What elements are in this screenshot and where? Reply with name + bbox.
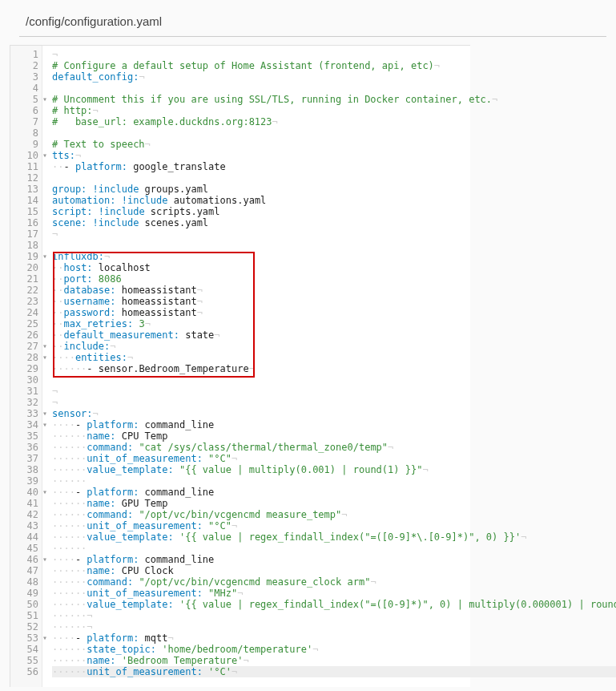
code-line[interactable]: ······value_template: "{{ value | multip…: [52, 464, 616, 475]
code-line[interactable]: ····- platform: command_line: [52, 419, 616, 430]
line-number: 44: [10, 531, 38, 543]
fold-marker: [42, 621, 50, 632]
code-line[interactable]: [52, 374, 616, 386]
line-number: 2: [10, 60, 38, 71]
code-line[interactable]: ··host: localhost: [52, 262, 616, 273]
fold-marker: [42, 509, 50, 520]
line-number: 34: [10, 419, 38, 430]
code-line[interactable]: ··password: homeassistant¬: [52, 307, 616, 318]
fold-marker[interactable]: ▾: [42, 94, 50, 105]
code-line[interactable]: ······: [52, 475, 616, 487]
code-line[interactable]: ······unit_of_measurement: "°C"¬: [52, 520, 616, 531]
fold-marker[interactable]: ▾: [42, 487, 50, 498]
code-line[interactable]: group: !include groups.yaml: [52, 184, 616, 195]
code-line[interactable]: ······state_topic: 'home/bedroom/tempera…: [52, 644, 616, 655]
code-line[interactable]: ¬: [52, 49, 616, 60]
code-line[interactable]: ··database: homeassistant¬: [52, 285, 616, 296]
code-line[interactable]: ······: [52, 543, 616, 554]
line-number: 35: [10, 430, 38, 442]
line-number: 26: [10, 329, 38, 341]
code-line[interactable]: ······name: CPU Clock: [52, 565, 616, 576]
code-line[interactable]: # http:¬: [52, 105, 616, 116]
code-line[interactable]: script: !include scripts.yaml: [52, 206, 616, 217]
code-line[interactable]: ······value_template: '{{ value | regex_…: [52, 599, 616, 610]
fold-marker[interactable]: ▾: [42, 251, 50, 262]
code-line[interactable]: ¬: [52, 397, 616, 408]
line-number: 36: [10, 442, 38, 453]
code-line[interactable]: [52, 127, 616, 139]
fold-marker: [42, 655, 50, 666]
line-number: 21: [10, 273, 38, 285]
code-line[interactable]: influxdb:¬: [52, 251, 616, 262]
code-line[interactable]: ······unit_of_measurement: '°C'¬: [52, 666, 616, 677]
code-line[interactable]: ····- platform: command_line: [52, 554, 616, 565]
code-line[interactable]: ······name: GPU Temp: [52, 498, 616, 509]
code-line[interactable]: ··- platform: google_translate: [52, 161, 616, 172]
line-number: 24: [10, 307, 38, 318]
fold-marker[interactable]: ▾: [42, 554, 50, 565]
code-editor[interactable]: 1234567891011121314151617181920212223242…: [10, 45, 470, 687]
fold-marker[interactable]: ▾: [42, 150, 50, 161]
code-line[interactable]: # Configure a default setup of Home Assi…: [52, 60, 616, 71]
code-line[interactable]: # Text to speech¬: [52, 139, 616, 150]
fold-marker: [42, 127, 50, 139]
code-area[interactable]: ¬# Configure a default setup of Home Ass…: [50, 46, 616, 687]
fold-marker: [42, 83, 50, 94]
line-number: 39: [10, 475, 38, 487]
line-number: 1: [10, 49, 38, 60]
code-line[interactable]: ··max_retries: 3¬: [52, 318, 616, 329]
code-line[interactable]: ··include:¬: [52, 341, 616, 352]
code-line[interactable]: # base_url: example.duckdns.org:8123¬: [52, 116, 616, 127]
code-line[interactable]: ······command: "/opt/vc/bin/vcgencmd mea…: [52, 509, 616, 520]
code-line[interactable]: tts:¬: [52, 150, 616, 161]
code-line[interactable]: ····- platform: command_line: [52, 487, 616, 498]
code-line[interactable]: [52, 240, 616, 251]
fold-marker: [42, 599, 50, 610]
code-line[interactable]: ······¬: [52, 621, 616, 632]
code-line[interactable]: sensor:¬: [52, 408, 616, 419]
code-line[interactable]: [52, 83, 616, 94]
fold-marker: [42, 228, 50, 240]
code-line[interactable]: ····entities:¬: [52, 352, 616, 363]
fold-marker[interactable]: ▾: [42, 632, 50, 644]
fold-marker: [42, 318, 50, 329]
code-line[interactable]: automation: !include automations.yaml: [52, 195, 616, 206]
code-line[interactable]: ··username: homeassistant¬: [52, 296, 616, 307]
fold-marker: [42, 363, 50, 374]
line-number: 29: [10, 363, 38, 374]
code-line[interactable]: # Uncomment this if you are using SSL/TL…: [52, 94, 616, 105]
code-line[interactable]: ¬: [52, 386, 616, 397]
line-number: 7: [10, 116, 38, 127]
code-line[interactable]: ······- sensor.Bedroom_Temperature¬: [52, 363, 616, 374]
fold-marker[interactable]: ▾: [42, 341, 50, 352]
code-line[interactable]: ¬: [52, 228, 616, 240]
code-line[interactable]: ··default_measurement: state¬: [52, 329, 616, 341]
code-line[interactable]: ······value_template: '{{ value | regex_…: [52, 531, 616, 543]
fold-marker: [42, 610, 50, 621]
code-line[interactable]: ······¬: [52, 610, 616, 621]
code-line[interactable]: ······name: CPU Temp: [52, 430, 616, 442]
file-path-header: /config/configuration.yaml: [19, 8, 606, 37]
fold-marker: [42, 240, 50, 251]
code-line[interactable]: ··port: 8086: [52, 273, 616, 285]
code-line[interactable]: ····- platform: mqtt¬: [52, 632, 616, 644]
code-line[interactable]: scene: !include scenes.yaml: [52, 217, 616, 228]
line-number: 12: [10, 172, 38, 184]
line-number: 48: [10, 576, 38, 588]
code-line[interactable]: ······command: "/opt/vc/bin/vcgencmd mea…: [52, 576, 616, 588]
fold-marker[interactable]: ▾: [42, 352, 50, 363]
fold-marker[interactable]: ▾: [42, 408, 50, 419]
code-line[interactable]: default_config:¬: [52, 71, 616, 83]
fold-marker[interactable]: ▾: [42, 419, 50, 430]
fold-gutter[interactable]: ▾▾▾▾▾▾▾▾▾▾: [42, 46, 50, 687]
line-number: 50: [10, 599, 38, 610]
fold-marker: [42, 386, 50, 397]
code-line[interactable]: [52, 172, 616, 184]
fold-marker: [42, 453, 50, 464]
fold-marker: [42, 397, 50, 408]
code-line[interactable]: ······unit_of_measurement: "MHz"¬: [52, 588, 616, 599]
code-line[interactable]: ······name: 'Bedroom Temperature'¬: [52, 655, 616, 666]
code-line[interactable]: ······unit_of_measurement: "°C"¬: [52, 453, 616, 464]
code-line[interactable]: ······command: "cat /sys/class/thermal/t…: [52, 442, 616, 453]
line-number: 6: [10, 105, 38, 116]
